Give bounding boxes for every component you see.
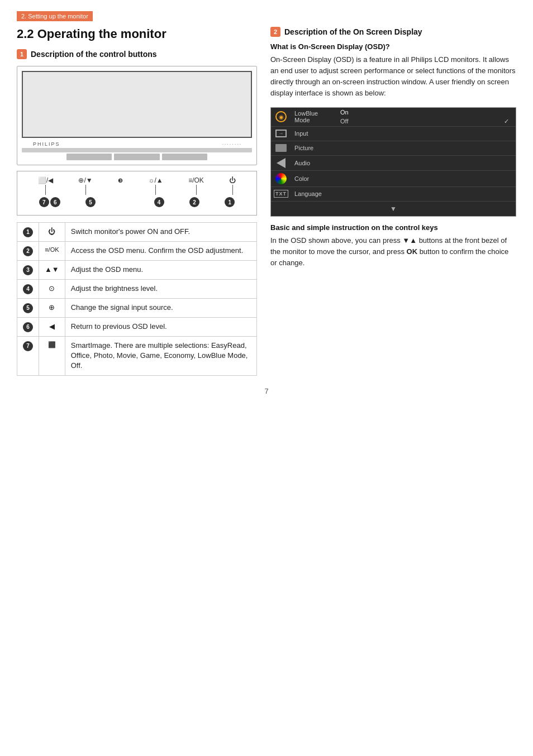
picture-icon [275, 144, 287, 152]
ok-bold: OK [407, 247, 418, 256]
row5-num: 5 [17, 299, 39, 318]
lowblue-icon: ◉ [275, 111, 287, 122]
table-row: 4 ⊙ Adjust the brightness level. [17, 280, 257, 299]
monitor-screen [22, 71, 252, 138]
ctrl-item-3: ❸ [118, 178, 123, 184]
page-number: 7 [17, 387, 516, 395]
osd-row-audio: Audio [271, 156, 516, 171]
ctrl-sym-2: ≡/OK [188, 177, 204, 184]
ctrl-item-76: ⬜/◀ [38, 177, 53, 195]
right-column: 2 Description of the On Screen Display W… [270, 27, 516, 376]
osd-row-language: TXT Language [271, 187, 516, 202]
osd-row-lowblue: ◉ LowBlue Mode On Off ✓ [271, 108, 516, 127]
row5-icon: ⊕ [39, 299, 65, 318]
left-column: 2.2 Operating the monitor 1 Description … [17, 27, 257, 376]
ctrl-num-5: 5 [85, 197, 96, 207]
osd-icon-lowblue: ◉ [271, 109, 291, 125]
osd-row-picture: Picture [271, 141, 516, 156]
ctrl-sym-76: ⬜/◀ [38, 177, 53, 184]
ctrl-sym-5: ⊕/▼ [78, 177, 92, 184]
row5-desc: Change the signal input source. [65, 299, 256, 318]
monitor-brand: PHILIPS [33, 141, 60, 147]
osd-label-picture: Picture [291, 142, 336, 154]
row7-icon: ⬛ [39, 337, 65, 376]
row4-icon: ⊙ [39, 280, 65, 299]
osd-icon-color [271, 171, 291, 186]
row6-icon: ◀ [39, 318, 65, 337]
row3-num: 3 [17, 261, 39, 280]
ctrl-num-6: 6 [50, 197, 60, 207]
monitor-base-line [22, 148, 252, 152]
osd-menu: ◉ LowBlue Mode On Off ✓ → Input [270, 107, 516, 217]
basic-instruction-text: In the OSD shown above, you can press ▼▲… [270, 235, 516, 269]
ctrl-num-7: 7 [39, 197, 49, 207]
ctrl-num-2: 2 [189, 197, 199, 207]
osd-label-input: Input [291, 128, 336, 139]
osd-scroll-arrow: ▼ [273, 204, 514, 214]
basic-instruction-title: Basic and simple instruction on the cont… [270, 223, 516, 232]
row7-num: 7 [17, 337, 39, 376]
monitor-stand [22, 154, 252, 160]
monitor-dots: · · · · · · · · [222, 142, 241, 147]
section2-heading: 2 Description of the On Screen Display [270, 27, 516, 37]
row2-icon: ≡/OK [39, 242, 65, 261]
ctrl-item-4: ☼/▲ [149, 177, 163, 195]
osd-label-language: Language [291, 188, 336, 199]
row4-num: 4 [17, 280, 39, 299]
osd-icon-language: TXT [271, 188, 291, 200]
section2-badge: 2 [270, 27, 280, 37]
color-icon [275, 173, 287, 184]
osd-row-input: → Input [271, 127, 516, 141]
language-icon: TXT [274, 190, 288, 198]
monitor-diagram: PHILIPS · · · · · · · · [17, 66, 257, 165]
ctrl-sym-3: ❸ [118, 178, 123, 184]
section-title: 2.2 Operating the monitor [17, 27, 257, 41]
row2-desc: Access the OSD menu. Confirm the OSD adj… [65, 242, 256, 261]
checkmark-icon: ✓ [504, 118, 509, 125]
monitor-base-top: PHILIPS · · · · · · · · [22, 141, 252, 147]
control-row-symbols: ⬜/◀ ⊕/▼ ❸ ☼/▲ [26, 177, 248, 195]
row1-icon: ⏻ [39, 223, 65, 242]
table-row: 2 ≡/OK Access the OSD menu. Confirm the … [17, 242, 257, 261]
row7-desc: SmartImage. There are multiple selection… [65, 337, 256, 376]
osd-icon-input: → [271, 127, 291, 140]
table-row: 5 ⊕ Change the signal input source. [17, 299, 257, 318]
osd-icon-picture [271, 142, 291, 154]
breadcrumb: 2. Setting up the monitor [17, 11, 93, 21]
row6-desc: Return to previous OSD level. [65, 318, 256, 337]
ctrl-sym-4: ☼/▲ [149, 177, 163, 184]
section1-heading: 1 Description of the control buttons [17, 49, 257, 59]
ctrl-sym-1: ⏻ [229, 177, 236, 184]
ctrl-item-1: ⏻ [229, 177, 236, 195]
row4-desc: Adjust the brightness level. [65, 280, 256, 299]
osd-row-color: Color [271, 171, 516, 187]
osd-label-color: Color [291, 173, 336, 184]
ctrl-item-5: ⊕/▼ [78, 177, 92, 195]
row6-num: 6 [17, 318, 39, 337]
osd-desc-text: On-Screen Display (OSD) is a feature in … [270, 54, 516, 99]
audio-icon [277, 158, 285, 168]
osd-option-off: Off ✓ [336, 117, 516, 126]
table-row: 3 ▲▼ Adjust the OSD menu. [17, 261, 257, 280]
control-diagram: ⬜/◀ ⊕/▼ ❸ ☼/▲ [17, 171, 257, 216]
ctrl-num-1: 1 [225, 197, 235, 207]
ctrl-num-4: 4 [154, 197, 164, 207]
input-icon: → [275, 130, 287, 137]
control-table: 1 ⏻ Switch monitor's power ON and OFF. 2… [17, 222, 257, 376]
osd-label-audio: Audio [291, 157, 336, 169]
ctrl-item-2: ≡/OK [188, 177, 204, 195]
osd-label-lowblue: LowBlue Mode [291, 108, 336, 126]
osd-options-lowblue: On Off ✓ [336, 108, 516, 126]
page-wrapper: 2. Setting up the monitor 2.2 Operating … [0, 0, 533, 756]
row1-num: 1 [17, 223, 39, 242]
osd-row-arrow: ▼ [271, 202, 516, 216]
osd-what-title: What is On-Screen Display (OSD)? [270, 42, 516, 51]
section1-badge: 1 [17, 49, 27, 59]
osd-option-on: On [336, 108, 516, 117]
row1-desc: Switch monitor's power ON and OFF. [65, 223, 256, 242]
ctrl-num-space [121, 197, 129, 207]
table-row: 7 ⬛ SmartImage. There are multiple selec… [17, 337, 257, 376]
row2-num: 2 [17, 242, 39, 261]
table-row: 6 ◀ Return to previous OSD level. [17, 318, 257, 337]
table-row: 1 ⏻ Switch monitor's power ON and OFF. [17, 223, 257, 242]
